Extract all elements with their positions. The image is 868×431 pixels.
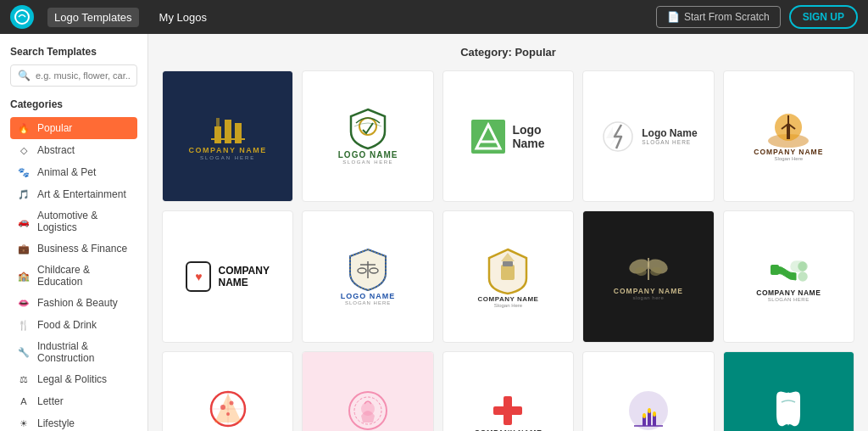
app-logo — [10, 5, 34, 29]
logo-card[interactable]: COMPANY NAME SLOGAN HERE — [723, 351, 854, 431]
category-icon: 💼 — [17, 242, 31, 255]
category-icon: ☀ — [17, 417, 31, 430]
svg-rect-5 — [216, 118, 220, 128]
logo-card[interactable]: LOGO NAME Slogan Here — [302, 351, 433, 431]
logo-grid: COMPANY NAME SLOGAN HERE LOGO NAME SLOGA… — [162, 70, 854, 431]
category-icon: 🍴 — [17, 318, 31, 332]
category-icon: 🚗 — [17, 215, 31, 228]
category-label: Business & Finance — [37, 243, 127, 255]
category-icon: 👄 — [17, 296, 31, 310]
category-label: Legal & Politics — [37, 373, 107, 385]
logo-card[interactable]: COMPANY NAME Slogan Here — [442, 351, 574, 431]
svg-rect-40 — [493, 406, 522, 415]
category-label: Popular — [37, 122, 72, 134]
svg-rect-1 — [214, 126, 221, 143]
sidebar-item-abstract[interactable]: ◇Abstract — [10, 139, 137, 161]
category-icon: ◇ — [17, 143, 31, 157]
svg-point-46 — [648, 408, 651, 413]
logo-card[interactable]: COMPANY NAME SLOGAN HERE — [723, 210, 854, 342]
svg-point-0 — [15, 10, 29, 24]
category-label: Automotive & Logistics — [37, 210, 131, 233]
category-icon: ⚖ — [17, 372, 31, 386]
sidebar-item-popular[interactable]: 🔥Popular — [10, 117, 137, 139]
sidebar-item-business---finance[interactable]: 💼Business & Finance — [10, 238, 137, 260]
content-category-header: Category: Popular — [162, 46, 854, 59]
category-icon: A — [17, 395, 31, 408]
svg-rect-22 — [503, 261, 513, 266]
svg-rect-4 — [211, 138, 245, 140]
svg-rect-3 — [235, 123, 242, 143]
logo-card[interactable]: Logo Name SLOGAN HERE — [582, 70, 714, 202]
sidebar-item-lifestyle[interactable]: ☀Lifestyle — [10, 412, 137, 431]
svg-rect-21 — [501, 265, 515, 280]
main-layout: Search Templates 🔍 Categories 🔥Popular◇A… — [0, 34, 868, 431]
categories-label: Categories — [10, 98, 137, 110]
category-label: Industrial & Construction — [37, 340, 131, 364]
sidebar-item-art---entertainment[interactable]: 🎵Art & Entertainment — [10, 183, 137, 205]
svg-point-45 — [643, 413, 646, 418]
sidebar-item-food---drink[interactable]: 🍴Food & Drink — [10, 314, 137, 336]
category-label: Art & Entertainment — [37, 188, 126, 200]
search-icon: 🔍 — [18, 70, 31, 81]
logo-card[interactable]: COMPANY NAME SLOGAN HERE — [162, 351, 293, 431]
logo-card[interactable]: LOGO NAME SLOGAN HERE — [302, 70, 433, 202]
sidebar-item-legal---politics[interactable]: ⚖Legal & Politics — [10, 368, 137, 390]
category-label: Food & Drink — [37, 319, 97, 331]
category-label: Abstract — [37, 144, 75, 156]
header-right: 📄 Start From Scratch SIGN UP — [656, 5, 858, 29]
category-label: Lifestyle — [37, 417, 75, 429]
category-icon: 🐾 — [17, 165, 31, 179]
content-area: Category: Popular COMPANY NAME SLOGAN HE… — [148, 34, 868, 431]
start-from-scratch-button[interactable]: 📄 Start From Scratch — [656, 6, 781, 28]
sidebar: Search Templates 🔍 Categories 🔥Popular◇A… — [0, 34, 148, 431]
category-icon: 🔥 — [17, 121, 31, 135]
category-label: Fashion & Beauty — [37, 297, 118, 309]
categories-list: 🔥Popular◇Abstract🐾Animal & Pet🎵Art & Ent… — [10, 117, 137, 431]
category-label: Childcare & Education — [37, 264, 131, 288]
sidebar-item-childcare---education[interactable]: 🏫Childcare & Education — [10, 260, 137, 292]
logo-card[interactable]: COMPANY NAME SLOGAN NAME — [582, 351, 714, 431]
search-label: Search Templates — [10, 46, 137, 58]
svg-point-6 — [359, 118, 376, 135]
tab-logo-templates[interactable]: Logo Templates — [47, 8, 139, 27]
category-icon: 🏫 — [17, 269, 31, 283]
logo-card[interactable]: COMPANY NAME slogan here — [582, 210, 714, 342]
svg-rect-31 — [771, 265, 779, 275]
svg-point-38 — [361, 402, 375, 416]
sidebar-item-industrial---construction[interactable]: 🔧Industrial & Construction — [10, 336, 137, 368]
header: Logo Templates My Logos 📄 Start From Scr… — [0, 0, 868, 34]
sidebar-item-letter[interactable]: ALetter — [10, 390, 137, 412]
category-label: Animal & Pet — [37, 166, 96, 178]
sign-up-button[interactable]: SIGN UP — [789, 5, 858, 29]
sidebar-item-animal---pet[interactable]: 🐾Animal & Pet — [10, 161, 137, 183]
sidebar-item-automotive---logistics[interactable]: 🚗Automotive & Logistics — [10, 205, 137, 238]
logo-card[interactable]: LOGO NAME SLOGAN HERE — [302, 210, 433, 342]
svg-rect-13 — [787, 124, 790, 139]
category-label: Letter — [37, 395, 64, 407]
search-input[interactable] — [36, 70, 130, 81]
logo-card[interactable]: Logo Name — [442, 70, 574, 202]
category-icon: 🎵 — [17, 188, 31, 201]
document-icon: 📄 — [667, 11, 680, 23]
category-icon: 🔧 — [17, 345, 31, 359]
tab-my-logos[interactable]: My Logos — [153, 8, 214, 27]
logo-card[interactable]: COMPANY NAME Slogan Here — [723, 70, 854, 202]
search-box[interactable]: 🔍 — [10, 64, 137, 87]
category-name: Popular — [515, 46, 555, 59]
sidebar-item-fashion---beauty[interactable]: 👄Fashion & Beauty — [10, 292, 137, 314]
svg-point-47 — [653, 411, 656, 417]
logo-card[interactable]: ♥ COMPANY NAME — [162, 210, 293, 342]
svg-point-30 — [798, 272, 807, 281]
svg-point-29 — [798, 262, 807, 271]
svg-point-34 — [229, 400, 233, 405]
logo-card[interactable]: COMPANY NAME Slogan Here — [442, 210, 574, 342]
logo-card[interactable]: COMPANY NAME SLOGAN HERE — [162, 70, 293, 202]
